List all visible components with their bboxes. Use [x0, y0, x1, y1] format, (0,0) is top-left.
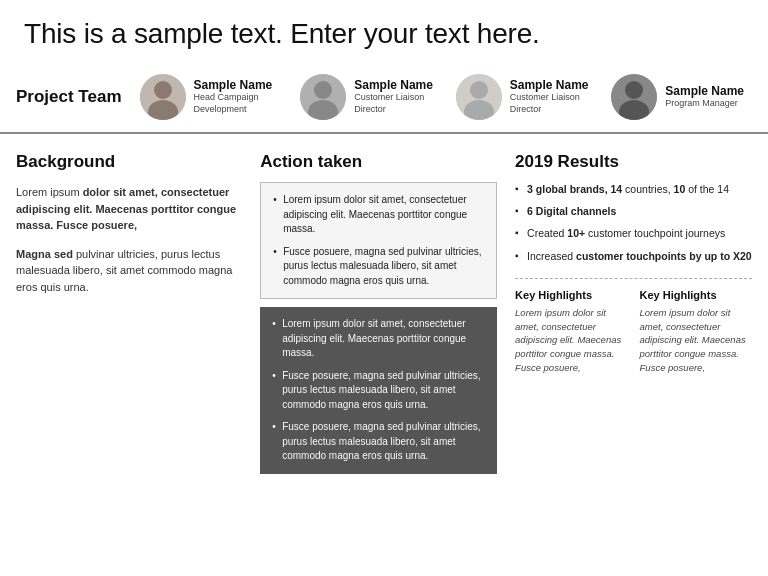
key-highlight-col-2: Key Highlights Lorem ipsum dolor sit ame…: [640, 289, 752, 375]
team-member: Sample Name Customer Liaison Director: [456, 74, 594, 120]
action-light-item-2: Fusce posuere, magna sed pulvinar ultric…: [273, 245, 484, 289]
member-info: Sample Name Customer Liaison Director: [510, 78, 594, 115]
team-member: Sample Name Program Manager: [611, 74, 744, 120]
team-members-list: Sample Name Head Campaign Development Sa…: [140, 74, 744, 120]
member-info: Sample Name Program Manager: [665, 84, 744, 110]
action-dark-item-1: Lorem ipsum dolor sit amet, consectetuer…: [272, 317, 485, 361]
team-member: Sample Name Customer Liaison Director: [300, 74, 438, 120]
action-taken-column: Action taken Lorem ipsum dolor sit amet,…: [260, 152, 497, 474]
svg-point-1: [154, 81, 172, 99]
member-role: Head Campaign Development: [194, 92, 283, 115]
project-team-section: Project Team Sample Name Head Campaign D…: [0, 64, 768, 134]
key-highlights-row: Key Highlights Lorem ipsum dolor sit ame…: [515, 278, 752, 375]
svg-point-10: [625, 81, 643, 99]
member-info: Sample Name Head Campaign Development: [194, 78, 283, 115]
member-name: Sample Name: [194, 78, 283, 92]
avatar: [611, 74, 657, 120]
avatar: [300, 74, 346, 120]
svg-point-7: [470, 81, 488, 99]
results-column: 2019 Results 3 global brands, 14 countri…: [515, 152, 752, 474]
action-taken-title: Action taken: [260, 152, 497, 172]
key-highlight-title-2: Key Highlights: [640, 289, 752, 301]
action-dark-item-2: Fusce posuere, magna sed pulvinar ultric…: [272, 369, 485, 413]
svg-point-4: [314, 81, 332, 99]
project-team-label: Project Team: [16, 86, 122, 107]
member-name: Sample Name: [510, 78, 594, 92]
avatar: [456, 74, 502, 120]
action-light-item-1: Lorem ipsum dolor sit amet, consectetuer…: [273, 193, 484, 237]
member-role: Customer Liaison Director: [510, 92, 594, 115]
results-list: 3 global brands, 14 countries, 10 of the…: [515, 182, 752, 264]
background-para-1: Lorem ipsum dolor sit amet, consectetuer…: [16, 184, 242, 234]
result-item-4: Increased customer touchpoints by up to …: [515, 249, 752, 264]
key-highlight-col-1: Key Highlights Lorem ipsum dolor sit ame…: [515, 289, 627, 375]
page-title: This is a sample text. Enter your text h…: [0, 0, 768, 64]
result-item-2: 6 Digital channels: [515, 204, 752, 219]
member-name: Sample Name: [665, 84, 744, 98]
member-role: Program Manager: [665, 98, 744, 110]
background-title: Background: [16, 152, 242, 172]
key-highlight-title-1: Key Highlights: [515, 289, 627, 301]
action-light-box: Lorem ipsum dolor sit amet, consectetuer…: [260, 182, 497, 299]
result-item-1: 3 global brands, 14 countries, 10 of the…: [515, 182, 752, 197]
result-item-3: Created 10+ customer touchpoint journeys: [515, 226, 752, 241]
background-column: Background Lorem ipsum dolor sit amet, c…: [16, 152, 242, 474]
key-highlight-text-2: Lorem ipsum dolor sit amet, consectetuer…: [640, 306, 752, 375]
avatar: [140, 74, 186, 120]
background-para-2: Magna sed pulvinar ultricies, purus lect…: [16, 246, 242, 296]
member-name: Sample Name: [354, 78, 438, 92]
action-dark-item-3: Fusce posuere, magna sed pulvinar ultric…: [272, 420, 485, 464]
main-content: Background Lorem ipsum dolor sit amet, c…: [0, 152, 768, 474]
action-dark-box: Lorem ipsum dolor sit amet, consectetuer…: [260, 307, 497, 474]
member-info: Sample Name Customer Liaison Director: [354, 78, 438, 115]
team-member: Sample Name Head Campaign Development: [140, 74, 283, 120]
results-title: 2019 Results: [515, 152, 752, 172]
key-highlight-text-1: Lorem ipsum dolor sit amet, consectetuer…: [515, 306, 627, 375]
member-role: Customer Liaison Director: [354, 92, 438, 115]
